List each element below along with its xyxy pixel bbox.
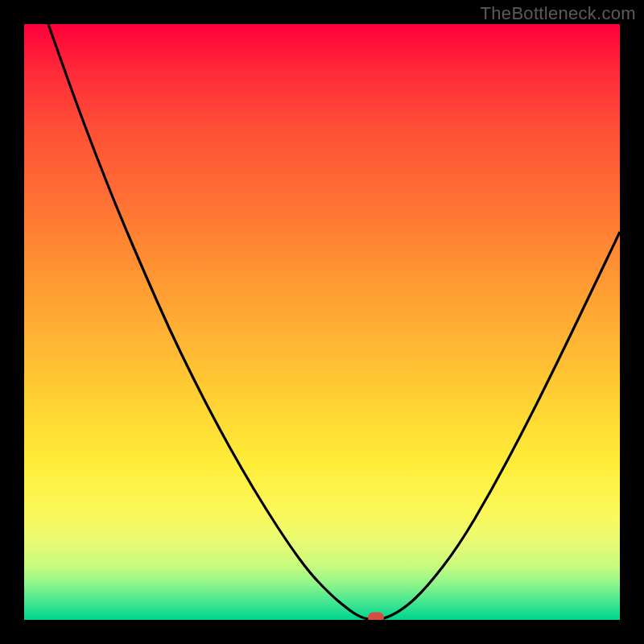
chart-frame: TheBottleneck.com: [0, 0, 644, 644]
bottleneck-curve: [24, 24, 620, 620]
watermark-text: TheBottleneck.com: [481, 3, 636, 24]
curve-path: [48, 24, 620, 620]
optimal-marker: [368, 613, 384, 621]
plot-area: [24, 24, 620, 620]
